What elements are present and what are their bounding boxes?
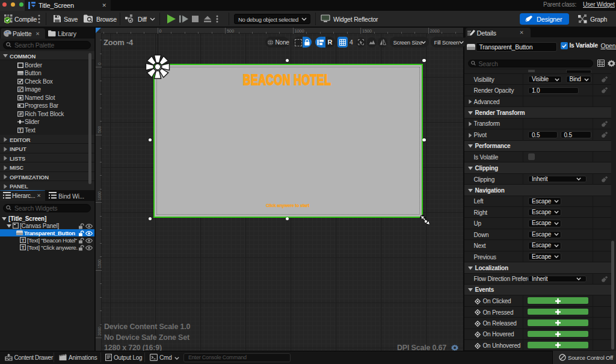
svg-text:T: T [22,238,25,243]
svg-text:T: T [19,128,22,132]
svg-text:T: T [22,245,25,250]
svg-text:a: a [19,87,21,91]
